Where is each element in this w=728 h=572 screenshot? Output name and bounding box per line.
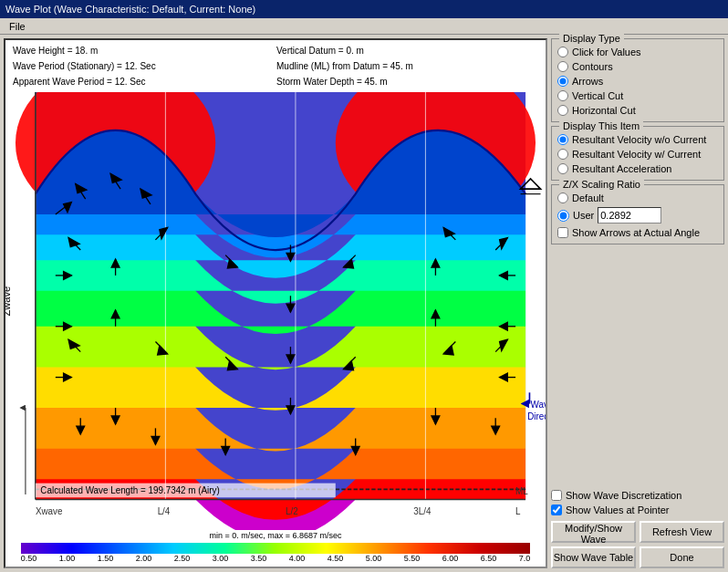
radio-horizontal-cut-input[interactable] (557, 105, 568, 116)
show-values-checkbox[interactable] (551, 504, 562, 515)
modify-show-wave-button[interactable]: Modify/Show Wave (551, 521, 636, 543)
svg-text:ML: ML (515, 486, 528, 496)
show-arrows-checkbox[interactable] (557, 227, 568, 238)
vertical-datum-label: Vertical Datum = 0. m (276, 44, 538, 57)
display-item-title: Display This Item (559, 120, 643, 131)
svg-text:Wave: Wave (531, 400, 546, 410)
storm-water-label: Storm Water Depth = 45. m (276, 75, 538, 88)
zx-scaling-title: Z/X Scaling Ratio (559, 179, 644, 190)
wave-period-label: Wave Period (Stationary) = 12. Sec (13, 59, 275, 73)
svg-text:Xwave: Xwave (36, 506, 63, 516)
display-item-group: Display This Item Resultant Velocity w/o… (551, 126, 724, 181)
radio-horizontal-cut-label: Horizontal Cut (572, 105, 636, 116)
min-max-label: min = 0. m/sec, max = 6.8687 m/sec (5, 530, 546, 541)
svg-text:Zwave: Zwave (5, 286, 12, 317)
colorbar-val-5: 3.00 (213, 554, 229, 563)
window-title: Wave Plot (Wave Characteristic: Default,… (5, 4, 255, 15)
colorbar-labels: 0.50 1.00 1.50 2.00 2.50 3.00 3.50 4.00 … (21, 554, 531, 563)
radio-vertical-cut-input[interactable] (557, 90, 568, 101)
radio-user-scaling-input[interactable] (557, 210, 569, 222)
display-type-title: Display Type (559, 33, 624, 44)
radio-contours-label: Contours (572, 61, 613, 72)
apparent-wave-label: Apparent Wave Period = 12. Sec (13, 75, 275, 88)
show-arrows-label: Show Arrows at Actual Angle (572, 227, 700, 238)
menu-file[interactable]: File (4, 20, 31, 33)
plot-area: Wave Height = 18. m Vertical Datum = 0. … (4, 38, 547, 568)
wave-height-label: Wave Height = 18. m (13, 44, 275, 57)
radio-click-values-label: Click for Values (572, 47, 641, 57)
show-values-label: Show Values at Pointer (566, 504, 670, 515)
colorbar-val-13: 7.0 (519, 554, 531, 563)
display-type-group: Display Type Click for Values Contours A… (551, 38, 724, 122)
colorbar-val-1: 1.00 (59, 554, 76, 563)
radio-user-scaling-label: User (573, 210, 594, 221)
radio-click-values[interactable]: Click for Values (557, 47, 718, 57)
radio-default-scaling-input[interactable] (557, 192, 568, 203)
mudline-label: Mudline (ML) from Datum = 45. m (276, 59, 538, 73)
colorbar-val-2: 1.50 (98, 554, 114, 563)
wave-plot-canvas[interactable]: Zwave Xwave L/4 L/2 3L/4 L ML Wave Direc… (5, 92, 546, 530)
show-wave-disc-checkbox[interactable] (551, 490, 562, 501)
colorbar-val-9: 5.00 (366, 554, 382, 563)
svg-text:Calculated Wave Length = 199.7: Calculated Wave Length = 199.7342 m (Air… (40, 485, 219, 495)
radio-vel-wo-current[interactable]: Resultant Velocity w/o Current (557, 134, 718, 145)
radio-vel-wo-current-input[interactable] (557, 134, 568, 145)
radio-acceleration[interactable]: Resultant Acceleration (557, 163, 718, 174)
done-button[interactable]: Done (640, 546, 724, 568)
colorbar-val-10: 5.50 (404, 554, 421, 563)
radio-vel-w-current-label: Resultant Velocity w/ Current (572, 149, 701, 160)
checkboxes-area: Show Wave Discretization Show Values at … (551, 484, 724, 517)
radio-vel-w-current-input[interactable] (557, 149, 568, 160)
radio-acceleration-label: Resultant Acceleration (572, 163, 671, 174)
radio-acceleration-input[interactable] (557, 163, 568, 174)
plot-header: Wave Height = 18. m Vertical Datum = 0. … (5, 40, 546, 92)
radio-vel-w-current[interactable]: Resultant Velocity w/ Current (557, 149, 718, 160)
svg-text:L/4: L/4 (158, 506, 171, 516)
colorbar-val-11: 6.00 (442, 554, 459, 563)
svg-text:L: L (515, 506, 521, 516)
radio-arrows-label: Arrows (572, 76, 603, 87)
show-wave-disc-row[interactable]: Show Wave Discretization (551, 490, 724, 501)
radio-arrows-input[interactable] (557, 76, 568, 87)
radio-default-scaling[interactable]: Default (557, 192, 718, 203)
refresh-view-button[interactable]: Refresh View (640, 521, 724, 543)
svg-text:Direction: Direction (527, 411, 546, 421)
colorbar-val-7: 4.00 (289, 554, 306, 563)
show-wave-table-button[interactable]: Show Wave Table (551, 546, 636, 568)
colorbar-val-6: 3.50 (251, 554, 267, 563)
colorbar: 0.50 1.00 1.50 2.00 2.50 3.00 3.50 4.00 … (5, 541, 546, 567)
show-values-row[interactable]: Show Values at Pointer (551, 504, 724, 515)
radio-vel-wo-current-label: Resultant Velocity w/o Current (572, 134, 706, 145)
radio-contours-input[interactable] (557, 61, 568, 72)
button-row-2: Show Wave Table Done (551, 546, 724, 568)
radio-horizontal-cut[interactable]: Horizontal Cut (557, 105, 718, 116)
colorbar-val-3: 2.00 (136, 554, 152, 563)
radio-default-scaling-label: Default (572, 192, 604, 203)
colorbar-val-8: 4.50 (328, 554, 344, 563)
colorbar-val-12: 6.50 (481, 554, 497, 563)
svg-text:3L/4: 3L/4 (413, 506, 432, 516)
right-panel: Display Type Click for Values Contours A… (551, 38, 724, 568)
bottom-buttons: Modify/Show Wave Refresh View Show Wave … (551, 521, 724, 568)
colorbar-gradient (21, 543, 531, 554)
zx-scaling-group: Z/X Scaling Ratio Default User Show Arro… (551, 184, 724, 244)
colorbar-val-0: 0.50 (21, 554, 37, 563)
user-scaling-row[interactable]: User (557, 207, 718, 224)
radio-contours[interactable]: Contours (557, 61, 718, 72)
svg-text:L/2: L/2 (286, 506, 298, 516)
colorbar-val-4: 2.50 (174, 554, 191, 563)
show-wave-disc-label: Show Wave Discretization (566, 490, 681, 501)
show-arrows-row[interactable]: Show Arrows at Actual Angle (557, 227, 718, 238)
user-scaling-input[interactable] (598, 207, 661, 224)
radio-vertical-cut-label: Vertical Cut (572, 90, 623, 101)
radio-vertical-cut[interactable]: Vertical Cut (557, 90, 718, 101)
radio-arrows[interactable]: Arrows (557, 76, 718, 87)
radio-click-values-input[interactable] (557, 47, 568, 57)
button-row-1: Modify/Show Wave Refresh View (551, 521, 724, 543)
